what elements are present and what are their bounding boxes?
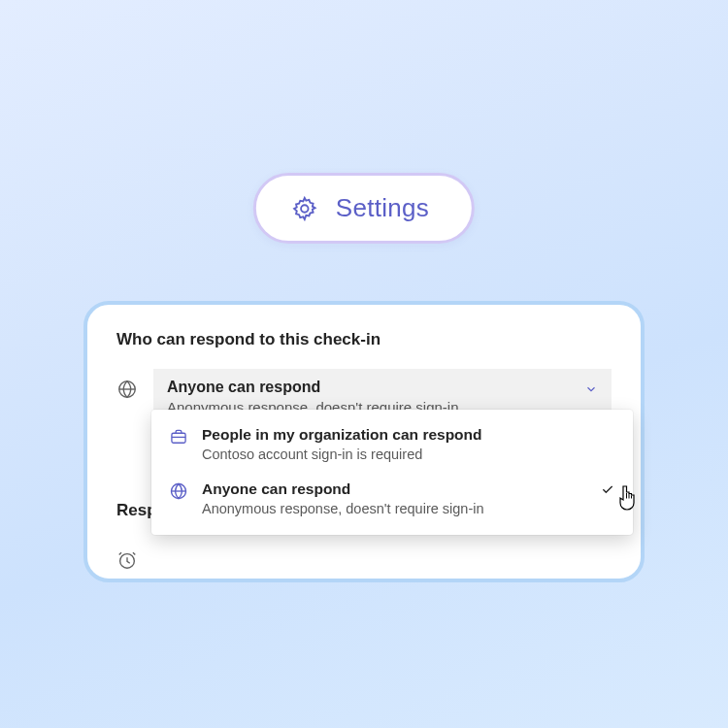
respond-section-title: Who can respond to this check-in: [116, 330, 612, 349]
option-people-in-org[interactable]: People in my organization can respond Co…: [151, 417, 633, 472]
chevron-down-icon: [584, 382, 598, 396]
check-icon: [600, 481, 615, 497]
option-title: People in my organization can respond: [202, 425, 615, 446]
briefcase-icon: [169, 427, 188, 447]
globe-icon: [116, 379, 138, 400]
settings-panel: Who can respond to this check-in Anyone …: [83, 301, 645, 582]
option-subtitle: Anonymous response, doesn't require sign…: [202, 500, 615, 519]
selected-option-title: Anyone can respond: [167, 377, 598, 398]
time-row: [116, 540, 612, 571]
respond-dropdown: People in my organization can respond Co…: [151, 410, 633, 535]
settings-button[interactable]: Settings: [253, 173, 475, 244]
clock-icon: [116, 549, 138, 571]
gear-icon: [291, 195, 318, 222]
option-subtitle: Contoso account sign-in is required: [202, 446, 615, 465]
globe-icon: [169, 481, 188, 501]
svg-point-0: [301, 205, 308, 212]
option-anyone[interactable]: Anyone can respond Anonymous response, d…: [151, 472, 633, 526]
svg-rect-2: [172, 433, 185, 443]
option-title: Anyone can respond: [202, 480, 615, 500]
settings-label: Settings: [336, 193, 429, 223]
